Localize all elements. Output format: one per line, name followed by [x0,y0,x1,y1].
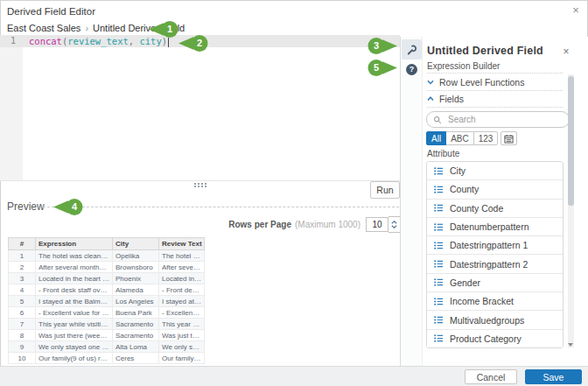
cell-review-text: Located in t... [159,273,205,284]
filter-text-button[interactable]: ABC [445,131,474,145]
rows-per-page-stepper [388,216,401,233]
attribute-list-icon [434,333,444,343]
cell-index: 7 [9,319,36,330]
field-item[interactable]: Income Bracket [427,292,563,311]
cell-index: 2 [9,262,36,273]
section-row-level-functions[interactable]: Row Level Functions [427,75,524,89]
cell-expression: Located in the heart of t... [36,273,113,284]
chevron-down-icon [427,80,434,85]
field-item[interactable]: City [427,162,563,180]
field-item-label: Income Bracket [450,296,514,306]
run-button[interactable]: Run [370,181,400,199]
editor-resize-handle[interactable] [194,183,208,188]
field-item[interactable]: County [427,180,563,199]
field-item-label: Product Category [450,333,522,344]
cell-index: 3 [9,273,36,284]
section-label: Fields [439,94,464,104]
attribute-list-icon [434,315,444,325]
chevron-up-icon [427,96,434,102]
cell-expression: This year while visiting ... [36,319,113,330]
editor-gutter [0,35,23,180]
field-type-filters: All ABC 123 [426,131,517,145]
breadcrumb-dataset[interactable]: East Coast Sales [7,23,80,33]
chevron-right-icon: › [85,23,88,33]
editor-line-number: 1 [0,36,16,46]
scrollbar-thumb[interactable] [568,76,574,206]
attribute-list-icon [434,222,444,232]
close-icon[interactable]: × [570,4,582,17]
filter-number-button[interactable]: 123 [473,131,499,145]
section-divider [427,107,563,108]
preview-title: Preview [7,200,45,213]
field-item-label: Multivaluedgroups [450,315,524,326]
save-button[interactable]: Save [525,369,582,384]
cell-review-text: We only stay... [159,341,205,353]
cell-city: Phoenix [113,273,159,284]
table-row: 4 - Front desk staff overw... Alameda - … [9,284,205,296]
cell-city: Sacramento [113,319,159,330]
side-toolbar: ? [400,37,423,366]
filter-date-button[interactable] [500,131,517,145]
cancel-button[interactable]: Cancel [465,369,517,384]
svg-text:5: 5 [374,62,379,73]
cell-index: 1 [9,250,36,262]
section-fields[interactable]: Fields [427,92,464,106]
expression-builder-tool-button[interactable] [402,39,422,60]
field-item[interactable]: Multivaluedgroups [427,311,563,329]
svg-text:3: 3 [374,40,379,51]
stepper-down-icon[interactable] [391,225,397,228]
attribute-group-label: Attribute [427,149,459,158]
panel-close-icon[interactable]: × [561,46,571,58]
panel-subtitle: Expression Builder [427,61,500,71]
rows-per-page-input[interactable] [366,217,388,232]
field-search[interactable] [426,111,570,128]
field-item[interactable]: County Code [427,200,563,218]
table-row: 3 Located in the heart of t... Phoenix L… [9,273,205,284]
rows-per-page: Rows per Page (Maximum 1000) [219,216,401,233]
column-header-index: # [9,238,36,250]
section-divider [427,90,563,91]
cell-expression: - Front desk staff overw... [36,284,113,296]
cell-review-text: This year wh... [159,319,205,330]
cell-index: 8 [9,330,36,341]
annotation-badge-4: 4 [53,199,83,215]
field-item[interactable]: Datestringpattern 2 [427,255,563,273]
preview-table-body: 1 The hotel was clean and... Opelika The… [9,250,205,364]
cell-review-text: - Front desk ... [159,284,205,296]
code-token-comma: , [129,36,140,46]
cell-city: Ceres [113,353,159,364]
scroll-down-arrow-icon[interactable] [568,343,573,347]
cell-review-text: The hotel wa... [159,250,205,262]
field-item[interactable]: Product Category [427,330,563,347]
cell-review-text: After several ... [159,262,205,273]
expression-builder-panel: Untitled Derived Field × Expression Buil… [423,37,588,366]
cell-city: Sacramento [113,330,159,341]
annotation-badge-3: 3 [368,38,397,54]
annotation-badge-1: 1 [149,21,178,38]
table-row: 2 After several months of ... Brownsboro… [9,262,205,273]
search-input[interactable] [446,114,546,125]
table-row: 10 Our family(9 of us) rece... Ceres Our… [9,353,205,364]
search-icon [433,116,442,124]
cell-review-text: I stayed at th... [159,296,205,307]
wrench-icon [406,44,418,56]
cell-city: Buena Park [113,307,159,319]
section-divider [427,73,563,74]
field-item-label: County [450,184,479,194]
cell-city: Brownsboro [113,262,159,273]
filter-all-button[interactable]: All [426,131,446,145]
field-item[interactable]: Datestringpattern 1 [427,236,563,255]
stepper-up-icon[interactable] [391,221,397,224]
field-item[interactable]: Gender [427,274,563,292]
cell-expression: Our family(9 of us) rece... [36,353,113,364]
table-row: 9 We only stayed one nigh... Alta Loma W… [9,341,205,353]
help-button[interactable]: ? [406,64,417,75]
code-editor[interactable]: 1 concat(review_text, city) [0,35,400,181]
field-item[interactable]: Datenumberpattern [427,218,563,236]
cell-expression: I stayed at the Balmoral ... [36,296,113,307]
panel-scrollbar [568,74,574,347]
cell-expression: After several months of ... [36,262,113,273]
drag-dots-icon [194,183,196,185]
cell-expression: - Excellent value for mo... [36,307,113,319]
cell-index: 6 [9,307,36,319]
